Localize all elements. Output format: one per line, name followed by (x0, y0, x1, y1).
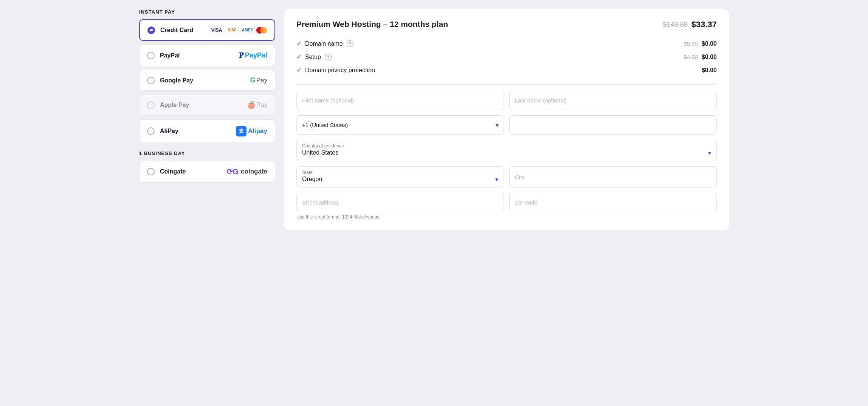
radio-coingate (147, 168, 155, 175)
check-icon-domain: ✓ (296, 40, 301, 47)
country-label: Country of residence (302, 143, 711, 149)
street-address-input[interactable] (296, 193, 504, 212)
payment-option-google-pay[interactable]: Google Pay G Pay (139, 70, 275, 91)
payment-option-coingate[interactable]: Coingate ⟳G coingate (139, 161, 275, 183)
apple-icon: 🍎 (247, 101, 255, 109)
setup-original-price: $4.99 (684, 54, 698, 60)
apple-pay-text: Pay (256, 101, 267, 109)
city-input[interactable] (509, 166, 717, 188)
alipay-label: AliPay (160, 128, 231, 135)
phone-country-select[interactable]: +1 (United States) (296, 115, 504, 135)
mastercard-icon (256, 27, 267, 34)
phone-country-wrapper: +1 (United States) ▾ (296, 115, 504, 135)
discover-icon: DISC (226, 27, 239, 33)
business-day-label: 1 BUSINESS DAY (139, 150, 275, 156)
setup-item-name: Setup (305, 54, 321, 60)
paypal-label: PayPal (160, 52, 234, 59)
header-price-group: $143.88 $33.37 (663, 20, 717, 29)
alipay-logo: 支 Alipay (236, 126, 267, 136)
coingate-icon: ⟳G (226, 167, 239, 176)
google-pay-label: Google Pay (160, 77, 245, 84)
privacy-prices: $0.00 (702, 67, 717, 74)
setup-info-icon[interactable]: ? (325, 54, 332, 60)
domain-prices: $9.99 $0.00 (684, 40, 717, 47)
setup-final-price: $0.00 (702, 54, 717, 60)
order-item-domain: ✓ Domain name ? $9.99 $0.00 (296, 37, 717, 50)
google-g-icon: G (250, 76, 256, 84)
order-header: Premium Web Hosting – 12 months plan $14… (296, 20, 717, 29)
paypal-p-icon: 𝐏 (239, 51, 243, 60)
setup-prices: $4.99 $0.00 (684, 54, 717, 60)
payment-option-alipay[interactable]: AliPay 支 Alipay (139, 119, 275, 143)
alipay-icon: 支 (236, 126, 246, 136)
payment-option-credit-card[interactable]: Credit Card VISA DISC AMEX (139, 19, 275, 41)
header-original-price: $143.88 (663, 21, 688, 29)
privacy-final-price: $0.00 (702, 67, 717, 74)
radio-alipay (147, 127, 155, 135)
google-pay-logo: G Pay (250, 76, 267, 84)
radio-paypal (147, 52, 155, 59)
check-icon-setup: ✓ (296, 53, 301, 60)
apple-pay-label: Apple Pay (160, 102, 242, 108)
visa-icon: VISA (209, 26, 224, 34)
last-name-input[interactable] (509, 91, 717, 110)
credit-card-logos: VISA DISC AMEX (209, 26, 267, 34)
order-item-privacy: ✓ Domain privacy protection $0.00 (296, 64, 717, 77)
address-row (296, 193, 717, 212)
order-summary-panel: Premium Web Hosting – 12 months plan $14… (284, 9, 729, 230)
state-select-wrapper: Oregon ▾ (302, 176, 498, 183)
state-field: State Oregon ▾ (296, 166, 504, 188)
address-hint: Use this street format: 1234 Main Avenue (296, 214, 717, 220)
header-final-price: $33.37 (691, 20, 717, 29)
phone-row: +1 (United States) ▾ 00000000 (296, 115, 717, 135)
payment-option-paypal[interactable]: PayPal 𝐏 PayPal (139, 45, 275, 66)
phone-number-input[interactable]: 00000000 (509, 115, 717, 135)
domain-info-icon[interactable]: ? (347, 40, 353, 47)
state-city-row: State Oregon ▾ (296, 166, 717, 188)
paypal-logo: 𝐏 PayPal (239, 51, 267, 60)
order-item-setup: ✓ Setup ? $4.99 $0.00 (296, 50, 717, 64)
alipay-text: Alipay (248, 127, 267, 135)
order-item-privacy-left: ✓ Domain privacy protection (296, 67, 375, 74)
payment-option-apple-pay: Apple Pay 🍎 Pay (139, 95, 275, 116)
order-items-list: ✓ Domain name ? $9.99 $0.00 ✓ Setup ? $4… (296, 37, 717, 77)
instant-pay-label: INSTANT PAY (139, 9, 275, 15)
coingate-logo: ⟳G coingate (226, 167, 267, 176)
coingate-label: Coingate (160, 168, 221, 175)
order-item-setup-left: ✓ Setup ? (296, 53, 332, 60)
privacy-item-name: Domain privacy protection (305, 67, 375, 74)
check-icon-privacy: ✓ (296, 67, 301, 74)
google-pay-text: Pay (256, 77, 267, 84)
radio-apple-pay (147, 101, 155, 109)
first-name-input[interactable] (296, 91, 504, 110)
coingate-text: coingate (241, 168, 267, 175)
state-select[interactable]: Oregon (302, 176, 498, 182)
radio-google-pay (147, 77, 155, 84)
name-fields-row (296, 91, 717, 110)
domain-original-price: $9.99 (684, 40, 698, 47)
payment-methods-panel: INSTANT PAY Credit Card VISA DISC AMEX P… (139, 9, 275, 230)
order-item-domain-left: ✓ Domain name ? (296, 40, 353, 47)
divider (296, 84, 717, 85)
state-label: State (302, 170, 498, 175)
credit-card-label: Credit Card (160, 27, 204, 34)
amex-icon: AMEX (240, 27, 255, 33)
zip-code-input[interactable] (509, 193, 717, 212)
country-select-wrapper: United States ▾ (302, 149, 711, 156)
paypal-text-icon: PayPal (245, 51, 267, 59)
country-field: Country of residence United States ▾ (296, 140, 717, 161)
apple-pay-logo: 🍎 Pay (247, 101, 267, 109)
country-select[interactable]: United States (302, 149, 711, 156)
radio-credit-card (147, 26, 155, 34)
domain-item-name: Domain name (305, 40, 343, 47)
domain-final-price: $0.00 (702, 40, 717, 47)
plan-title: Premium Web Hosting – 12 months plan (296, 20, 448, 29)
